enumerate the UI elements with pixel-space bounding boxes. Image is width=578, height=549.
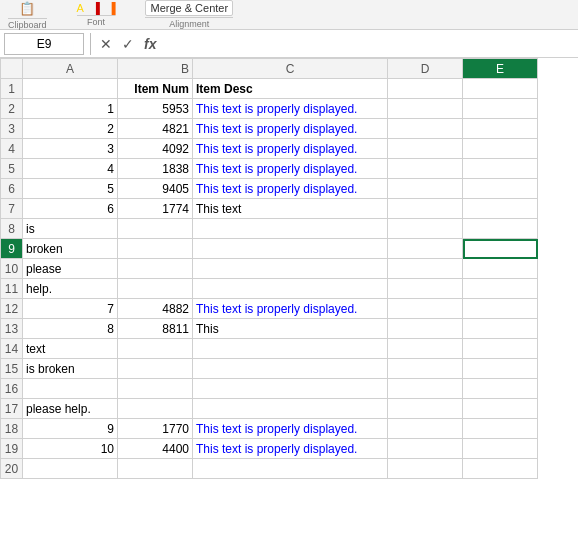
col-header-C[interactable]: C bbox=[193, 59, 388, 79]
col-header-A[interactable]: A bbox=[23, 59, 118, 79]
cell-B10[interactable] bbox=[118, 259, 193, 279]
cell-A19[interactable]: 10 bbox=[23, 439, 118, 459]
cell-A8[interactable]: is bbox=[23, 219, 118, 239]
cell-A2[interactable]: 1 bbox=[23, 99, 118, 119]
cell-B11[interactable] bbox=[118, 279, 193, 299]
cell-B12[interactable]: 4882 bbox=[118, 299, 193, 319]
cell-E20[interactable] bbox=[463, 459, 538, 479]
cell-C9[interactable] bbox=[193, 239, 388, 259]
cell-A14[interactable]: text bbox=[23, 339, 118, 359]
row-header-4[interactable]: 4 bbox=[1, 139, 23, 159]
cell-D9[interactable] bbox=[388, 239, 463, 259]
cell-C11[interactable] bbox=[193, 279, 388, 299]
cell-E11[interactable] bbox=[463, 279, 538, 299]
row-header-14[interactable]: 14 bbox=[1, 339, 23, 359]
cell-E7[interactable] bbox=[463, 199, 538, 219]
cell-D20[interactable] bbox=[388, 459, 463, 479]
cell-D14[interactable] bbox=[388, 339, 463, 359]
cell-B14[interactable] bbox=[118, 339, 193, 359]
formula-input[interactable] bbox=[163, 33, 574, 55]
cell-A10[interactable]: please bbox=[23, 259, 118, 279]
cell-C19[interactable]: This text is properly displayed. bbox=[193, 439, 388, 459]
cell-E8[interactable] bbox=[463, 219, 538, 239]
row-header-20[interactable]: 20 bbox=[1, 459, 23, 479]
cell-A1[interactable] bbox=[23, 79, 118, 99]
col-header-E[interactable]: E bbox=[463, 59, 538, 79]
cell-A20[interactable] bbox=[23, 459, 118, 479]
cell-E1[interactable] bbox=[463, 79, 538, 99]
row-header-12[interactable]: 12 bbox=[1, 299, 23, 319]
cell-C3[interactable]: This text is properly displayed. bbox=[193, 119, 388, 139]
cell-E13[interactable] bbox=[463, 319, 538, 339]
col-header-D[interactable]: D bbox=[388, 59, 463, 79]
cell-B15[interactable] bbox=[118, 359, 193, 379]
cell-D5[interactable] bbox=[388, 159, 463, 179]
cell-D2[interactable] bbox=[388, 99, 463, 119]
cell-D12[interactable] bbox=[388, 299, 463, 319]
cell-B19[interactable]: 4400 bbox=[118, 439, 193, 459]
row-header-18[interactable]: 18 bbox=[1, 419, 23, 439]
row-header-19[interactable]: 19 bbox=[1, 439, 23, 459]
confirm-formula-icon[interactable]: ✓ bbox=[119, 36, 137, 52]
cell-C16[interactable] bbox=[193, 379, 388, 399]
fx-icon[interactable]: fx bbox=[141, 36, 159, 52]
cell-C1[interactable]: Item Desc bbox=[193, 79, 388, 99]
cell-A11[interactable]: help. bbox=[23, 279, 118, 299]
cell-D13[interactable] bbox=[388, 319, 463, 339]
cell-C13[interactable]: This bbox=[193, 319, 388, 339]
cell-C18[interactable]: This text is properly displayed. bbox=[193, 419, 388, 439]
cell-A16[interactable] bbox=[23, 379, 118, 399]
cell-A17[interactable]: please help. bbox=[23, 399, 118, 419]
cell-C12[interactable]: This text is properly displayed. bbox=[193, 299, 388, 319]
cell-C17[interactable] bbox=[193, 399, 388, 419]
cell-B13[interactable]: 8811 bbox=[118, 319, 193, 339]
cell-C20[interactable] bbox=[193, 459, 388, 479]
row-header-5[interactable]: 5 bbox=[1, 159, 23, 179]
cell-A4[interactable]: 3 bbox=[23, 139, 118, 159]
cell-B1[interactable]: Item Num bbox=[118, 79, 193, 99]
cell-A12[interactable]: 7 bbox=[23, 299, 118, 319]
cell-D1[interactable] bbox=[388, 79, 463, 99]
cell-E14[interactable] bbox=[463, 339, 538, 359]
cell-D10[interactable] bbox=[388, 259, 463, 279]
row-header-9[interactable]: 9 bbox=[1, 239, 23, 259]
cell-C15[interactable] bbox=[193, 359, 388, 379]
row-header-7[interactable]: 7 bbox=[1, 199, 23, 219]
row-header-2[interactable]: 2 bbox=[1, 99, 23, 119]
cell-A5[interactable]: 4 bbox=[23, 159, 118, 179]
cell-D11[interactable] bbox=[388, 279, 463, 299]
cell-E17[interactable] bbox=[463, 399, 538, 419]
cell-A18[interactable]: 9 bbox=[23, 419, 118, 439]
cell-E12[interactable] bbox=[463, 299, 538, 319]
cell-C10[interactable] bbox=[193, 259, 388, 279]
cell-B6[interactable]: 9405 bbox=[118, 179, 193, 199]
cell-B18[interactable]: 1770 bbox=[118, 419, 193, 439]
cell-B9[interactable] bbox=[118, 239, 193, 259]
cell-E5[interactable] bbox=[463, 159, 538, 179]
row-header-8[interactable]: 8 bbox=[1, 219, 23, 239]
cell-B20[interactable] bbox=[118, 459, 193, 479]
paste-icon[interactable]: 📋 bbox=[17, 0, 37, 17]
row-header-11[interactable]: 11 bbox=[1, 279, 23, 299]
cell-D17[interactable] bbox=[388, 399, 463, 419]
cell-E6[interactable] bbox=[463, 179, 538, 199]
cell-B17[interactable] bbox=[118, 399, 193, 419]
cell-C7[interactable]: This text bbox=[193, 199, 388, 219]
cell-C14[interactable] bbox=[193, 339, 388, 359]
row-header-15[interactable]: 15 bbox=[1, 359, 23, 379]
cell-D4[interactable] bbox=[388, 139, 463, 159]
cell-C6[interactable]: This text is properly displayed. bbox=[193, 179, 388, 199]
cell-D19[interactable] bbox=[388, 439, 463, 459]
cell-A6[interactable]: 5 bbox=[23, 179, 118, 199]
col-header-B[interactable]: B bbox=[118, 59, 193, 79]
cell-E10[interactable] bbox=[463, 259, 538, 279]
cell-E16[interactable] bbox=[463, 379, 538, 399]
row-header-6[interactable]: 6 bbox=[1, 179, 23, 199]
cell-B8[interactable] bbox=[118, 219, 193, 239]
cell-D15[interactable] bbox=[388, 359, 463, 379]
cell-E15[interactable] bbox=[463, 359, 538, 379]
cell-reference-box[interactable] bbox=[4, 33, 84, 55]
cell-B2[interactable]: 5953 bbox=[118, 99, 193, 119]
row-header-13[interactable]: 13 bbox=[1, 319, 23, 339]
merge-center-button[interactable]: Merge & Center bbox=[145, 0, 233, 16]
